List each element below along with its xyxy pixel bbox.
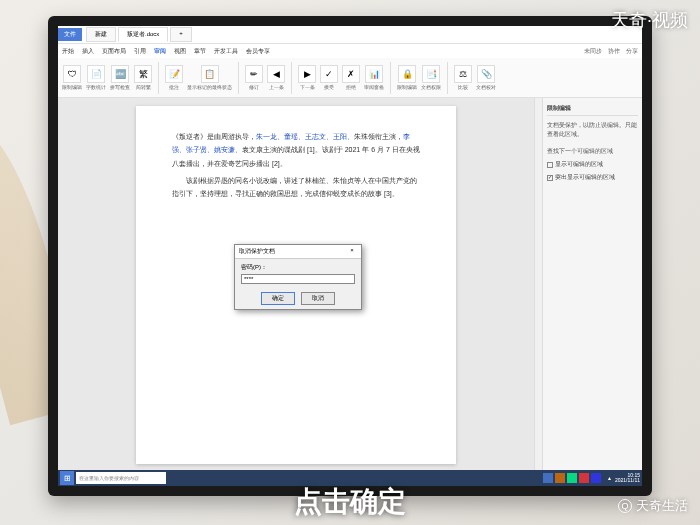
ribbon-label: 文档校对 <box>476 84 496 90</box>
menu-item[interactable]: 页面布局 <box>102 47 126 56</box>
menubar: 开始 插入 页面布局 引用 审阅 视图 章节 开发工具 会员专享 未同步 协作 … <box>58 44 642 58</box>
ribbon-button[interactable]: ⚖ <box>454 65 472 83</box>
ribbon-label: 上一条 <box>269 84 284 90</box>
task-icon[interactable] <box>567 473 577 483</box>
menu-item[interactable]: 开始 <box>62 47 74 56</box>
taskbar-search[interactable]: 在这里输入你要搜索的内容 <box>76 472 166 484</box>
ribbon-button[interactable]: 📊 <box>365 65 383 83</box>
sync-status[interactable]: 未同步 <box>584 47 602 56</box>
ribbon-button[interactable]: 📋 <box>201 65 219 83</box>
ribbon-button[interactable]: ✏ <box>245 65 263 83</box>
document-area: 《叛逆者》是由周游执导，朱一龙、童瑶、王志文、王阳、朱珠领衔主演，李强、张子贤、… <box>58 98 534 472</box>
dialog-title: 取消保护文档 <box>239 247 275 256</box>
task-icon[interactable] <box>543 473 553 483</box>
ribbon-label: 拼写检查 <box>110 84 130 90</box>
file-tab[interactable]: 文件 <box>58 28 82 41</box>
start-button[interactable]: ⊞ <box>60 471 74 485</box>
ribbon-button[interactable]: 📄 <box>87 65 105 83</box>
menu-item[interactable]: 开发工具 <box>214 47 238 56</box>
collab-button[interactable]: 协作 <box>608 47 620 56</box>
vertical-scrollbar[interactable] <box>534 98 542 472</box>
watermark-top: 天奇·视频 <box>611 8 688 32</box>
ribbon-button[interactable]: 🔒 <box>398 65 416 83</box>
checkbox-checked[interactable] <box>547 175 553 181</box>
password-input[interactable] <box>241 274 355 284</box>
paragraph: 《叛逆者》是由周游执导，朱一龙、童瑶、王志文、王阳、朱珠领衔主演，李强、张子贤、… <box>172 130 420 170</box>
clock-date: 2021/11/11 <box>615 478 640 484</box>
restrict-editing-pane: 限制编辑 文档受保护，以防止误编辑。只能查看此区域。 查找下一个可编辑的区域 显… <box>542 98 642 472</box>
menu-item[interactable]: 审阅 <box>154 47 166 56</box>
share-button[interactable]: 分享 <box>626 47 638 56</box>
link[interactable]: 童瑶 <box>284 133 298 140</box>
menu-item[interactable]: 会员专享 <box>246 47 270 56</box>
unprotect-dialog: 取消保护文档 × 密码(P)： 确定 取消 <box>234 244 362 310</box>
ribbon-label: 文档权限 <box>421 84 441 90</box>
ribbon-label: 字数统计 <box>86 84 106 90</box>
menu-item[interactable]: 章节 <box>194 47 206 56</box>
ribbon-label: 审阅窗格 <box>364 84 384 90</box>
ribbon-label: 限制编辑 <box>397 84 417 90</box>
ribbon-label: 简转繁 <box>136 84 151 90</box>
watermark-logo-icon: Q <box>618 499 632 513</box>
ribbon-button[interactable]: ✓ <box>320 65 338 83</box>
link[interactable]: 王志文 <box>305 133 326 140</box>
ribbon-button[interactable]: 🔤 <box>111 65 129 83</box>
cancel-button[interactable]: 取消 <box>301 292 335 305</box>
ribbon-label: 显示标记的最终状态 <box>187 84 232 90</box>
ribbon-label: 修订 <box>249 84 259 90</box>
ribbon-button[interactable]: 🛡 <box>63 65 81 83</box>
ribbon-label: 拒绝 <box>346 84 356 90</box>
ribbon-label: 限制编辑 <box>62 84 82 90</box>
ribbon-button[interactable]: 繁 <box>134 65 152 83</box>
pane-description: 文档受保护，以防止误编辑。只能查看此区域。 <box>547 119 638 141</box>
ribbon-button[interactable]: ◀ <box>267 65 285 83</box>
ribbon-label: 接受 <box>324 84 334 90</box>
menu-item[interactable]: 视图 <box>174 47 186 56</box>
ribbon-label: 比较 <box>458 84 468 90</box>
titlebar: 文件 新建 叛逆者.docx + <box>58 26 642 44</box>
link[interactable]: 王阳 <box>333 133 347 140</box>
ribbon-button[interactable]: 📎 <box>477 65 495 83</box>
task-icon[interactable] <box>579 473 589 483</box>
ribbon-button[interactable]: 📑 <box>422 65 440 83</box>
ribbon-label: 下一条 <box>300 84 315 90</box>
watermark-bottom: Q 天奇生活 <box>618 497 688 515</box>
menu-item[interactable]: 引用 <box>134 47 146 56</box>
link[interactable]: 张子贤 <box>186 146 207 153</box>
ribbon-button[interactable]: ▶ <box>298 65 316 83</box>
task-icon[interactable] <box>591 473 601 483</box>
doc-tab[interactable]: 新建 <box>86 27 116 42</box>
menu-item[interactable]: 插入 <box>82 47 94 56</box>
paragraph: 该剧根据畀愚的同名小说改编，讲述了林楠笙、朱怡贞等人在中国共产党的指引下，坚持理… <box>172 174 420 201</box>
password-label: 密码(P)： <box>241 263 355 272</box>
doc-tab-active[interactable]: 叛逆者.docx <box>118 27 168 42</box>
video-subtitle: 点击确定 <box>294 483 406 521</box>
ok-button[interactable]: 确定 <box>261 292 295 305</box>
close-icon[interactable]: × <box>347 247 357 256</box>
ribbon-button[interactable]: 📝 <box>165 65 183 83</box>
new-tab-button[interactable]: + <box>170 27 192 42</box>
link[interactable]: 姚安濂 <box>214 146 235 153</box>
link[interactable]: 朱一龙 <box>256 133 277 140</box>
find-next-region[interactable]: 查找下一个可编辑的区域 <box>547 145 638 158</box>
ribbon-label: 批注 <box>169 84 179 90</box>
checkbox[interactable] <box>547 162 553 168</box>
tray-icon[interactable]: ▲ <box>607 475 612 481</box>
pane-title: 限制编辑 <box>547 102 638 116</box>
task-icon[interactable] <box>555 473 565 483</box>
ribbon: 🛡限制编辑📄字数统计🔤拼写检查繁简转繁📝批注📋显示标记的最终状态✏修订◀上一条▶… <box>58 58 642 98</box>
ribbon-button[interactable]: ✗ <box>342 65 360 83</box>
